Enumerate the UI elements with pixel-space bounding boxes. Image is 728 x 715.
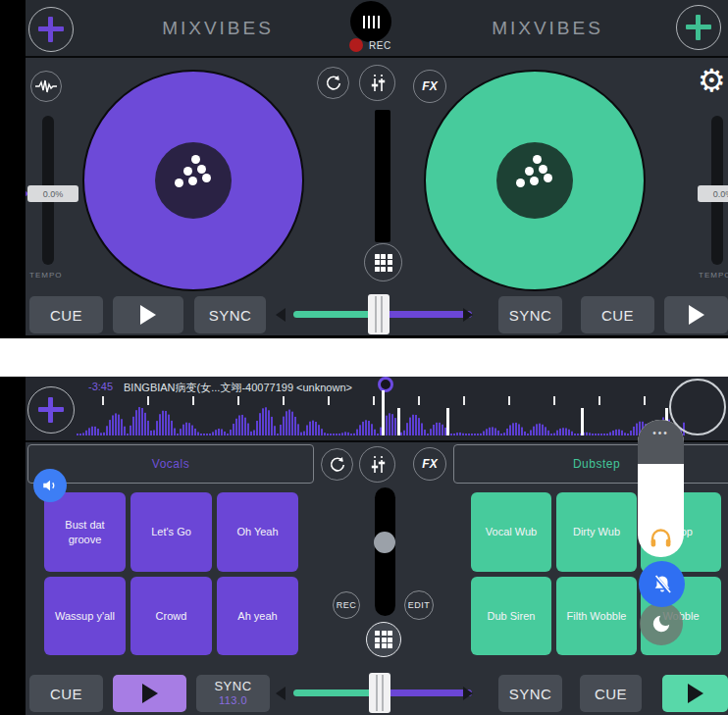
deck-panel: MIXVIBES REC MIXVIBES bbox=[0, 0, 728, 338]
speaker-button[interactable] bbox=[33, 469, 67, 502]
more-options-dots[interactable]: ••• bbox=[638, 428, 684, 438]
tempo-label: TEMPO bbox=[29, 271, 62, 280]
brand-logo-left: MIXVIBES bbox=[144, 18, 291, 39]
pad-a5[interactable]: Crowd bbox=[130, 577, 212, 655]
sampler-b-cue-button[interactable]: CUE bbox=[580, 675, 642, 712]
crossfader-left-arrow-icon bbox=[276, 308, 286, 322]
mixer-faders-icon bbox=[369, 455, 387, 475]
pad-a2[interactable]: Let's Go bbox=[130, 492, 212, 572]
moon-icon bbox=[650, 613, 672, 635]
grid-icon bbox=[375, 631, 392, 648]
mute-bell-button[interactable] bbox=[639, 561, 685, 607]
deck-a-play-button[interactable] bbox=[113, 296, 183, 333]
knob-lines-icon bbox=[363, 16, 365, 28]
left-black-strip bbox=[0, 0, 26, 335]
grid-icon bbox=[375, 254, 392, 272]
sampler-panel: -3:45 BINGBIAN病变(女...文翊-40077199 <unknow… bbox=[0, 377, 728, 715]
mixvibes-logo-dots bbox=[496, 142, 573, 219]
add-track-button[interactable] bbox=[27, 386, 75, 434]
tempo-label: TEMPO bbox=[699, 271, 728, 280]
loop-button[interactable] bbox=[321, 448, 353, 481]
sampler-a-play-button[interactable] bbox=[113, 675, 186, 712]
brand-logo-right: MIXVIBES bbox=[474, 18, 621, 39]
crossfader-right-arrow-icon bbox=[463, 308, 473, 322]
pad-a4[interactable]: Wassup y'all bbox=[44, 577, 126, 655]
center-volume-fader[interactable] bbox=[375, 110, 390, 242]
waveform-view-button[interactable] bbox=[30, 71, 62, 102]
bell-slash-icon bbox=[651, 574, 673, 595]
pad-a3[interactable]: Oh Yeah bbox=[217, 492, 298, 572]
rec-dot-icon[interactable] bbox=[349, 38, 363, 52]
add-track-right-button[interactable] bbox=[676, 5, 721, 50]
plus-icon bbox=[38, 397, 64, 423]
screenshot-stage: MIXVIBES REC MIXVIBES bbox=[0, 0, 728, 715]
sampler-b-bank-select[interactable]: Dubstep bbox=[453, 444, 728, 484]
pad-mode-button[interactable] bbox=[366, 622, 401, 657]
play-icon bbox=[142, 684, 158, 703]
sync-label: SYNC bbox=[214, 680, 251, 694]
sample-rec-button[interactable]: REC bbox=[333, 591, 360, 619]
deck-b-sync-button[interactable]: SYNC bbox=[498, 296, 562, 333]
slider-dark-top bbox=[638, 420, 684, 464]
crossfader-left-arrow-icon bbox=[276, 687, 286, 700]
fx-button[interactable]: FX bbox=[413, 447, 446, 481]
crossfader-handle[interactable] bbox=[368, 294, 390, 334]
pad-a6[interactable]: Ah yeah bbox=[217, 577, 298, 655]
sampler-a-bank-select[interactable]: Vocals bbox=[27, 444, 314, 484]
record-knob[interactable] bbox=[350, 1, 391, 42]
add-track-left-button[interactable] bbox=[28, 7, 74, 52]
loop-icon bbox=[325, 75, 342, 92]
sampler-volume-knob[interactable] bbox=[374, 532, 395, 553]
sample-edit-button[interactable]: EDIT bbox=[404, 590, 434, 620]
pad-b1[interactable]: Vocal Wub bbox=[471, 492, 551, 572]
deck-a-sync-button[interactable]: SYNC bbox=[194, 296, 266, 333]
fx-button[interactable]: FX bbox=[413, 70, 446, 103]
deck-b-turntable[interactable] bbox=[424, 70, 646, 291]
pad-b4[interactable]: Dub Siren bbox=[471, 577, 551, 655]
headphones-icon bbox=[649, 526, 673, 548]
sampler-a-sync-button[interactable]: SYNC 113.0 bbox=[196, 675, 270, 712]
speaker-icon bbox=[41, 477, 59, 494]
play-icon bbox=[140, 305, 156, 325]
mixer-button[interactable] bbox=[359, 446, 395, 483]
mixer-button[interactable] bbox=[359, 65, 395, 101]
settings-gear-icon[interactable]: ⚙ bbox=[698, 65, 726, 96]
deck-a-tempo-handle[interactable]: 0.0% bbox=[27, 185, 78, 202]
bpm-value: 113.0 bbox=[219, 694, 247, 707]
crossfader-right-arrow-icon bbox=[463, 687, 473, 700]
night-mode-button[interactable] bbox=[640, 602, 683, 645]
plus-icon bbox=[38, 17, 64, 42]
track-waveform[interactable] bbox=[77, 388, 687, 437]
waveform-icon bbox=[35, 79, 57, 93]
rec-label: REC bbox=[369, 40, 391, 51]
play-icon bbox=[689, 305, 704, 325]
pad-a1[interactable]: Bust dat groove bbox=[44, 492, 126, 572]
sampler-a-cue-button[interactable]: CUE bbox=[29, 675, 103, 712]
loop-icon bbox=[329, 456, 346, 474]
sampler-b-sync-button[interactable]: SYNC bbox=[498, 675, 562, 712]
sampler-b-play-button[interactable] bbox=[662, 675, 728, 712]
deck-b-tempo-handle[interactable]: 0.0% bbox=[698, 185, 728, 202]
pad-mode-button[interactable] bbox=[364, 243, 402, 281]
mixer-faders-icon bbox=[369, 74, 387, 93]
deck-b-play-button[interactable] bbox=[664, 296, 728, 333]
mixvibes-logo-dots bbox=[155, 142, 232, 219]
deck-b-cue-button[interactable]: CUE bbox=[581, 296, 654, 333]
left-black-strip bbox=[0, 377, 26, 715]
pad-b5[interactable]: Filth Wobble bbox=[556, 577, 637, 655]
pad-b2[interactable]: Dirty Wub bbox=[556, 492, 637, 572]
loop-button[interactable] bbox=[317, 67, 349, 99]
crossfader-handle[interactable] bbox=[369, 673, 390, 713]
plus-icon bbox=[686, 15, 711, 40]
deck-a-turntable[interactable] bbox=[82, 70, 304, 291]
headphone-cue-slider[interactable]: ••• bbox=[638, 420, 684, 557]
deck-a-cue-button[interactable]: CUE bbox=[29, 296, 103, 333]
play-icon bbox=[688, 684, 703, 703]
